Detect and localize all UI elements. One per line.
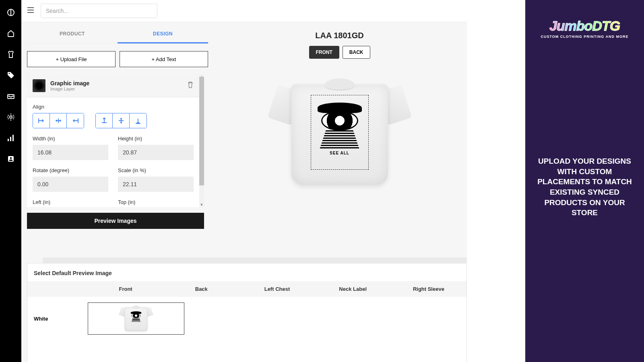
preview-table-section: Select Default Preview Image Front Back … xyxy=(27,263,467,362)
view-toggle: FRONT BACK xyxy=(309,46,370,59)
tab-design[interactable]: DESIGN xyxy=(118,25,208,43)
main-area: Search... PRODUCT DESIGN + Upload File +… xyxy=(21,0,467,362)
back-view-button[interactable]: BACK xyxy=(343,46,370,59)
svg-rect-3 xyxy=(8,139,9,141)
gear-icon[interactable] xyxy=(6,113,15,121)
product-title: LAA 1801GD xyxy=(315,31,363,40)
section-gap xyxy=(43,257,467,263)
align-vcenter-icon[interactable] xyxy=(113,113,130,128)
graphic-caption: SEE ALL xyxy=(315,151,364,155)
mockup-canvas[interactable]: SEE ALL xyxy=(267,68,412,197)
top-bar: Search... xyxy=(21,0,467,22)
tab-product[interactable]: PRODUCT xyxy=(27,25,118,43)
height-label: Height (in) xyxy=(118,136,194,142)
side-nav xyxy=(0,0,21,362)
brand-logo: JumboDTG CUSTOM CLOTHING PRINTING AND MO… xyxy=(534,13,635,43)
upload-file-button[interactable]: + Upload File xyxy=(27,51,116,67)
design-graphic[interactable]: SEE ALL xyxy=(315,103,364,162)
layer-scroll-panel: Graphic image Image Layer Align xyxy=(27,74,204,207)
home-icon[interactable] xyxy=(6,29,15,38)
design-panel: PRODUCT DESIGN + Upload File + Add Text … xyxy=(27,22,208,229)
preview-images-button[interactable]: Preview Images xyxy=(27,213,204,229)
svg-point-2 xyxy=(10,116,12,118)
table-row: White xyxy=(27,297,466,348)
transform-form: Align xyxy=(27,97,199,207)
search-input[interactable]: Search... xyxy=(41,4,157,18)
layer-subtitle: Image Layer xyxy=(50,86,89,91)
svg-rect-1 xyxy=(8,95,14,99)
tag-icon[interactable] xyxy=(6,71,15,80)
scrollbar-thumb[interactable] xyxy=(199,77,204,185)
align-label: Align xyxy=(33,104,194,110)
col-necklabel: Neck Label xyxy=(315,286,391,292)
svg-rect-5 xyxy=(12,135,14,141)
h-align-group xyxy=(33,113,84,128)
v-align-group xyxy=(95,113,147,128)
rotate-input[interactable] xyxy=(33,177,108,192)
logo-icon[interactable] xyxy=(6,8,15,17)
height-input[interactable] xyxy=(118,145,194,160)
layer-thumbnail xyxy=(33,79,45,92)
scroll-down-icon[interactable]: ▼ xyxy=(199,202,204,207)
scale-input[interactable] xyxy=(118,177,194,192)
svg-rect-4 xyxy=(10,137,11,141)
rotate-label: Rotate (degree) xyxy=(33,167,108,173)
col-rightsleeve: Right Sleeve xyxy=(391,286,466,292)
align-hcenter-icon[interactable] xyxy=(50,113,67,128)
mockup-panel: LAA 1801GD FRONT BACK SEE A xyxy=(218,22,461,229)
row-color-label: White xyxy=(27,316,88,322)
width-input[interactable] xyxy=(33,145,108,160)
content-area: PRODUCT DESIGN + Upload File + Add Text … xyxy=(21,22,467,229)
layer-header[interactable]: Graphic image Image Layer xyxy=(27,74,199,97)
preview-thumb-front[interactable] xyxy=(88,302,184,335)
user-icon[interactable] xyxy=(6,154,15,163)
front-view-button[interactable]: FRONT xyxy=(309,46,339,59)
preview-table: Front Back Left Chest Neck Label Right S… xyxy=(27,281,466,348)
tab-bar: PRODUCT DESIGN xyxy=(27,25,208,44)
col-leftchest: Left Chest xyxy=(239,286,315,292)
col-front: Front xyxy=(88,286,163,292)
align-right-icon[interactable] xyxy=(67,113,84,128)
tshirt-mockup: SEE ALL xyxy=(271,76,408,189)
layer-title: Graphic image xyxy=(50,80,89,86)
top-label: Top (in) xyxy=(118,199,194,205)
chart-icon[interactable] xyxy=(6,134,15,142)
col-back: Back xyxy=(163,286,239,292)
width-label: Width (in) xyxy=(33,136,108,142)
align-top-icon[interactable] xyxy=(96,113,113,128)
brand-name: JumboDTG xyxy=(549,18,620,34)
action-row: + Upload File + Add Text xyxy=(27,51,208,67)
promo-sidebar: JumboDTG CUSTOM CLOTHING PRINTING AND MO… xyxy=(525,0,644,362)
add-text-button[interactable]: + Add Text xyxy=(120,51,208,67)
promo-message: UPLOAD YOUR DESIGNS WITH CUSTOM PLACEMEN… xyxy=(534,156,635,218)
inbox-icon[interactable] xyxy=(6,92,15,101)
section-title: Select Default Preview Image xyxy=(27,263,466,281)
shirt-icon[interactable] xyxy=(6,50,15,59)
svg-point-7 xyxy=(10,157,11,159)
table-header: Front Back Left Chest Neck Label Right S… xyxy=(27,281,466,297)
left-label: Left (in) xyxy=(33,199,108,205)
hamburger-icon[interactable] xyxy=(27,7,34,14)
scale-label: Scale (in %) xyxy=(118,167,194,173)
trash-icon[interactable] xyxy=(187,81,194,90)
align-bottom-icon[interactable] xyxy=(130,113,147,128)
print-area[interactable]: SEE ALL xyxy=(311,95,369,170)
search-placeholder: Search... xyxy=(46,8,68,14)
brand-tagline: CUSTOM CLOTHING PRINTING AND MORE xyxy=(541,35,629,39)
align-left-icon[interactable] xyxy=(33,113,50,128)
